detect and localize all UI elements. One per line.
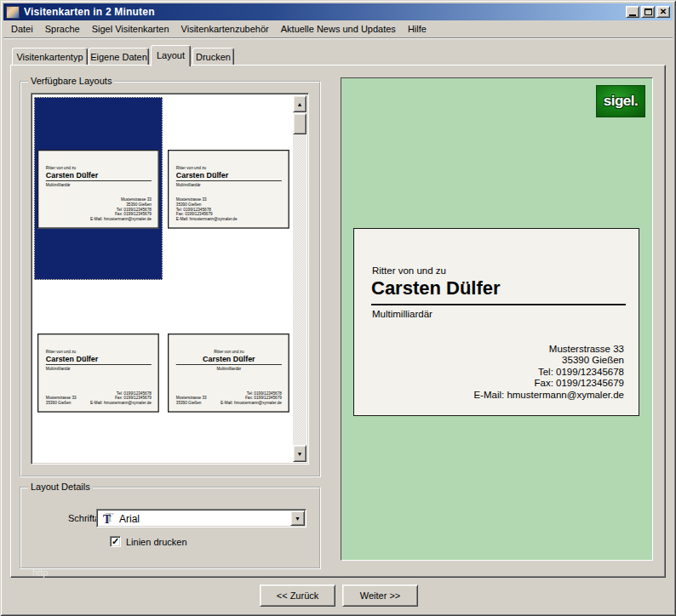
card-name: Carsten Dülfer: [371, 277, 501, 299]
mini-city: 35390 Gießen: [176, 401, 207, 406]
mini-name: Carsten Dülfer: [46, 355, 152, 363]
card-contact-block: Musterstrasse 33 35390 Gießen Tel: 0199/…: [473, 344, 624, 402]
mini-rule: [176, 364, 282, 365]
scrollbar-thumb[interactable]: [293, 113, 306, 134]
minimize-button[interactable]: [626, 6, 639, 18]
sigel-logo-text: sigel.: [604, 93, 638, 110]
mini-contact: Musterstrasse 33 35390 Gießen Tel: 0199/…: [90, 197, 152, 222]
mini-city: 35390 Gießen: [46, 401, 77, 406]
menu-divider: [3, 37, 673, 39]
layout-details-title: Layout Details: [28, 482, 93, 492]
card-rule: [371, 304, 626, 305]
card-role: Multimilliardär: [372, 309, 433, 319]
scroll-down-icon: ▼: [297, 451, 303, 457]
mini-street: Musterstrasse 33: [46, 396, 77, 401]
menu-bar: Datei Sprache Sigel Visitenkarten Visite…: [3, 21, 673, 37]
scroll-up-button[interactable]: ▲: [293, 95, 306, 112]
next-button[interactable]: Weiter >>: [342, 585, 418, 607]
tab-eigene-daten[interactable]: Eigene Daten: [89, 48, 149, 65]
font-select-dropdown-button[interactable]: ▼: [290, 510, 305, 526]
mini-email: E-Mail: hmustermann@xymaler.de: [90, 401, 152, 406]
chevron-down-icon: ▼: [295, 516, 301, 522]
title-bar: Visitenkarten in 2 Minuten ✕: [3, 3, 673, 20]
scroll-up-icon: ▲: [297, 101, 303, 107]
available-layouts-title: Verfügbare Layouts: [28, 76, 114, 86]
mini-contact-phone: Tel: 0199/12345678 Fax: 0199/12345679 E-…: [90, 391, 152, 405]
mini-contact: Musterstrasse 33 35390 Gießen Tel: 0199/…: [176, 197, 238, 222]
mini-role: Multimilliardär: [176, 367, 282, 371]
close-icon: ✕: [660, 8, 667, 16]
layout-list: Ritter von und zu Carsten Dülfer Multimi…: [31, 93, 309, 465]
mini-role: Multimilliardär: [46, 183, 152, 187]
app-icon: [6, 6, 20, 19]
maximize-button[interactable]: [641, 6, 655, 18]
back-button[interactable]: << Zurück: [260, 585, 335, 607]
mini-contact-phone: Tel: 0199/12345678 Fax: 0199/12345679 E-…: [221, 391, 282, 405]
card-email: E-Mail: hmustermann@xymaler.de: [473, 390, 624, 402]
menu-visitenkartenzubehoer[interactable]: Visitenkartenzubehör: [175, 22, 275, 36]
card-tel: Tel: 0199/12345678: [473, 367, 624, 379]
layout-option-4[interactable]: Ritter von und zu Carsten Dülfer Multimi…: [164, 281, 293, 462]
menu-sigel-visitenkarten[interactable]: Sigel Visitenkarten: [86, 22, 175, 36]
layout-2-card: Ritter von und zu Carsten Dülfer Multimi…: [168, 150, 289, 229]
menu-hilfe[interactable]: Hilfe: [402, 22, 433, 36]
layout-3-card: Ritter von und zu Carsten Dülfer Multimi…: [37, 334, 159, 413]
tab-visitenkartentyp[interactable]: Visitenkartentyp: [12, 48, 88, 65]
layout-option-3[interactable]: Ritter von und zu Carsten Dülfer Multimi…: [34, 281, 163, 462]
mini-role: Multimilliardär: [176, 183, 282, 187]
mini-honorific: Ritter von und zu: [46, 166, 152, 170]
window-title: Visitenkarten in 2 Minuten: [24, 6, 626, 18]
close-button[interactable]: ✕: [656, 6, 670, 18]
mini-name: Carsten Dülfer: [176, 355, 282, 363]
business-card-preview: Ritter von und zu Carsten Dülfer Multimi…: [353, 228, 639, 416]
menu-news-updates[interactable]: Aktuelle News und Updates: [275, 22, 402, 36]
available-layouts-group: Verfügbare Layouts Ritter von und zu Car…: [20, 81, 321, 477]
font-select-value: Arial: [119, 513, 140, 525]
tab-page-layout: Verfügbare Layouts Ritter von und zu Car…: [10, 65, 666, 578]
app-window: Visitenkarten in 2 Minuten ✕ Datei Sprac…: [0, 0, 676, 616]
mini-rule: [46, 180, 152, 181]
mini-rule: [176, 180, 282, 181]
layout-option-2[interactable]: Ritter von und zu Carsten Dülfer Multimi…: [164, 97, 293, 280]
truetype-font-icon: T T: [103, 511, 118, 525]
mini-honorific: Ritter von und zu: [176, 350, 282, 354]
card-city: 35390 Gießen: [473, 355, 624, 367]
menu-sprache[interactable]: Sprache: [39, 22, 86, 36]
mini-street: Musterstrasse 33: [176, 396, 207, 401]
sigel-logo: sigel.: [596, 85, 645, 117]
mini-role: Multimilliardär: [46, 367, 152, 371]
mini-name: Carsten Dülfer: [176, 171, 282, 180]
layout-4-card: Ritter von und zu Carsten Dülfer Multimi…: [168, 334, 289, 413]
mini-email: E-Mail: hmustermann@xymaler.de: [221, 401, 282, 406]
layout-list-scrollbar[interactable]: ▲ ▼: [293, 95, 306, 462]
layout-option-1[interactable]: Ritter von und zu Carsten Dülfer Multimi…: [34, 97, 163, 280]
card-fax: Fax: 0199/12345679: [473, 378, 624, 390]
card-preview-panel: sigel. Ritter von und zu Carsten Dülfer …: [341, 77, 653, 561]
mini-contact-address: Musterstrasse 33 35390 Gießen: [176, 396, 207, 405]
scroll-down-button[interactable]: ▼: [293, 445, 306, 462]
menu-datei[interactable]: Datei: [5, 22, 39, 36]
lines-checkbox[interactable]: ✓: [110, 536, 121, 547]
mini-name: Carsten Dülfer: [46, 171, 152, 180]
mini-rule: [46, 364, 152, 365]
mini-honorific: Ritter von und zu: [46, 350, 152, 354]
layout-1-card: Ritter von und zu Carsten Dülfer Multimi…: [37, 150, 159, 229]
checkmark-icon: ✓: [112, 537, 119, 546]
mini-honorific: Ritter von und zu: [176, 166, 282, 170]
minimize-icon: [629, 14, 636, 16]
tab-drucken[interactable]: Drucken: [192, 48, 234, 65]
tab-layout[interactable]: Layout: [151, 45, 191, 66]
maximize-icon: [644, 9, 652, 15]
font-select[interactable]: T T Arial ▼: [96, 509, 306, 528]
mini-contact-address: Musterstrasse 33 35390 Gießen: [46, 396, 77, 405]
lines-checkbox-label: Linien drucken: [126, 537, 187, 547]
card-street: Musterstrasse 33: [473, 344, 624, 356]
layout-list-content: Ritter von und zu Carsten Dülfer Multimi…: [33, 95, 293, 462]
card-honorific: Ritter von und zu: [372, 265, 446, 276]
status-text: http: [32, 568, 48, 578]
layout-details-group: Layout Details Schriftart: T T Arial ▼ ✓…: [20, 487, 321, 569]
mini-email: E-Mail: hmustermann@xymaler.de: [176, 217, 238, 222]
mini-email: E-Mail: hmustermann@xymaler.de: [90, 217, 152, 222]
